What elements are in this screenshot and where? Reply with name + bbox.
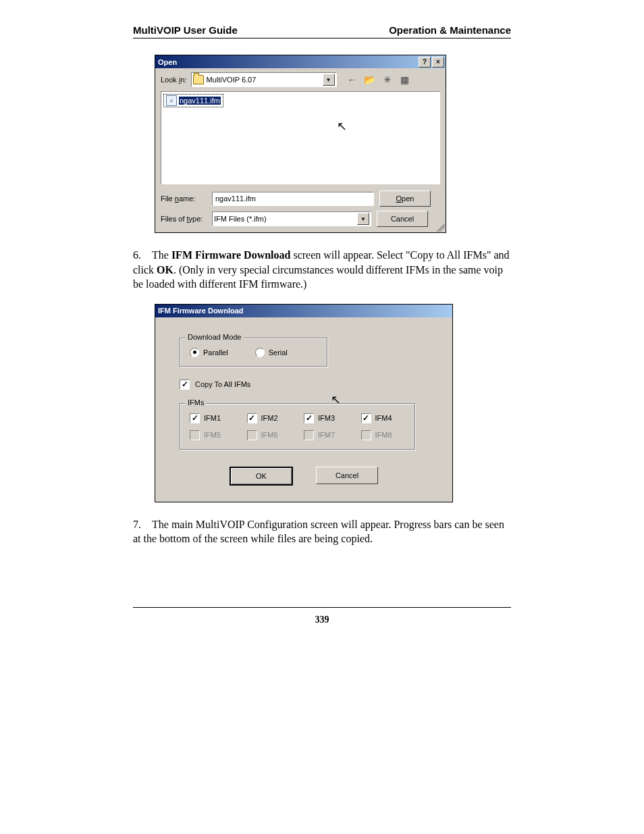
ifms-label: IFMs: [186, 398, 206, 407]
cursor-icon: ↖: [337, 119, 347, 134]
folder-icon: [193, 75, 204, 84]
checkbox-disabled-icon: [247, 430, 257, 440]
download-mode-group: Download Mode Parallel Serial: [180, 338, 328, 367]
ifm5-checkbox: IFM5: [190, 430, 235, 440]
file-name: ngav111.ifm: [179, 97, 221, 105]
chevron-down-icon[interactable]: ▼: [323, 74, 335, 86]
help-icon[interactable]: ?: [419, 57, 431, 68]
checkbox-checked-icon: ✓: [361, 413, 371, 423]
lookin-value: MultiVOIP 6.07: [207, 76, 257, 84]
ifm8-checkbox: IFM8: [361, 430, 406, 440]
step-6-number: 6.: [133, 248, 152, 263]
resize-grip-icon[interactable]: [437, 224, 445, 232]
ifm7-checkbox: IFM7: [304, 430, 349, 440]
open-button[interactable]: Open: [379, 190, 431, 207]
ifm-dialog: IFM Firmware Download Download Mode Para…: [155, 304, 453, 502]
cancel-button[interactable]: Cancel: [377, 211, 428, 227]
page-header: MultiVOIP User Guide Operation & Mainten…: [133, 24, 511, 38]
open-dialog-titlebar: Open ? ×: [155, 55, 446, 68]
open-dialog: Open ? × Look in: MultiVOIP 6.07 ▼ ← 📂 ✳…: [155, 55, 446, 233]
ok-button[interactable]: OK: [230, 467, 293, 486]
bold-ifm: IFM Firmware Download: [171, 249, 291, 261]
filetype-value: IFM Files (*.ifm): [214, 215, 267, 223]
filename-label: File name:: [161, 194, 207, 203]
cancel-button[interactable]: Cancel: [316, 467, 378, 484]
checkbox-checked-icon: ✓: [180, 380, 190, 390]
ifm3-checkbox[interactable]: ✓IFM3: [304, 413, 349, 423]
step-6: 6.The IFM Firmware Download screen will …: [133, 248, 511, 292]
filetype-label: Files of type:: [161, 215, 207, 223]
ifm6-checkbox: IFM6: [247, 430, 292, 440]
ifm-dialog-titlebar: IFM Firmware Download: [155, 305, 452, 317]
back-icon[interactable]: ←: [345, 73, 360, 86]
chevron-down-icon[interactable]: ▼: [357, 213, 369, 225]
radio-serial[interactable]: Serial: [255, 348, 288, 357]
radio-off-icon: [255, 348, 265, 357]
filename-row: File name: ngav111.ifm Open: [155, 188, 446, 209]
views-icon[interactable]: ▦: [398, 73, 412, 86]
header-left: MultiVOIP User Guide: [133, 24, 238, 36]
copy-to-all-checkbox[interactable]: ✓ Copy To All IFMs: [180, 380, 428, 390]
download-mode-label: Download Mode: [186, 333, 244, 341]
filename-input[interactable]: ngav111.ifm: [212, 192, 374, 206]
page-number: 339: [133, 607, 511, 625]
checkbox-disabled-icon: [304, 430, 314, 440]
ifm2-checkbox[interactable]: ✓IFM2: [247, 413, 292, 423]
ifm4-checkbox[interactable]: ✓IFM4: [361, 413, 406, 423]
open-dialog-title: Open: [158, 58, 417, 66]
header-right: Operation & Maintenance: [389, 24, 511, 36]
checkbox-disabled-icon: [361, 430, 371, 440]
checkbox-disabled-icon: [190, 430, 200, 440]
ifm-dialog-title: IFM Firmware Download: [158, 307, 451, 315]
step-7: 7.The main MultiVOIP Configuration scree…: [133, 517, 511, 546]
filetype-combo[interactable]: IFM Files (*.ifm) ▼: [212, 211, 371, 226]
filename-value: ngav111.ifm: [215, 194, 256, 203]
filetype-row: Files of type: IFM Files (*.ifm) ▼ Cance…: [155, 209, 446, 232]
checkbox-checked-icon: ✓: [304, 413, 314, 423]
bold-ok: OK: [157, 264, 173, 276]
ifm1-checkbox[interactable]: ✓IFM1: [190, 413, 235, 423]
close-icon[interactable]: ×: [432, 57, 444, 68]
up-folder-icon[interactable]: 📂: [363, 73, 377, 86]
ifms-group: IFMs ✓IFM1 ✓IFM2 ✓IFM3 ✓IFM4 IFM5 IFM6 I…: [180, 403, 416, 450]
file-list[interactable]: ≡ ngav111.ifm ↖: [161, 91, 440, 184]
file-icon: ≡: [166, 95, 177, 106]
lookin-combo[interactable]: MultiVOIP 6.07 ▼: [191, 72, 337, 87]
checkbox-checked-icon: ✓: [190, 413, 200, 423]
lookin-row: Look in: MultiVOIP 6.07 ▼ ← 📂 ✳ ▦: [155, 68, 446, 90]
step-7-number: 7.: [133, 517, 152, 532]
list-item[interactable]: ≡ ngav111.ifm: [163, 94, 223, 107]
radio-on-icon: [190, 348, 199, 357]
checkbox-checked-icon: ✓: [247, 413, 257, 423]
lookin-label: Look in:: [161, 76, 187, 84]
radio-parallel[interactable]: Parallel: [190, 348, 228, 357]
new-folder-icon[interactable]: ✳: [380, 73, 395, 86]
